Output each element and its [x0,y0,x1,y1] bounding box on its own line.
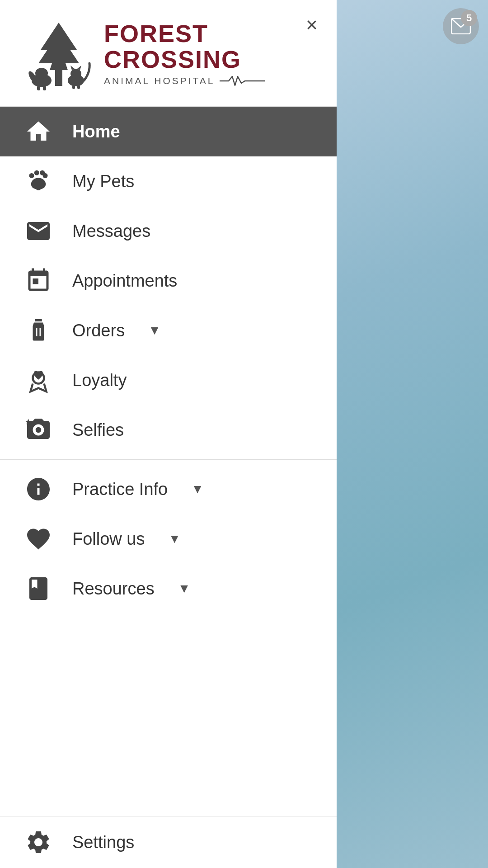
sidebar-item-label-orders: Orders [72,321,125,340]
orders-chevron-icon: ▼ [148,323,161,338]
sidebar-item-label-messages: Messages [72,222,150,241]
sidebar-item-appointments[interactable]: Appointments [0,256,337,306]
nav-items: Home My Pets Messages [0,107,337,816]
svg-rect-5 [37,86,40,90]
sidebar-item-settings[interactable]: Settings [0,816,337,868]
sidebar-item-label-loyalty: Loyalty [72,371,127,390]
close-button[interactable]: × [298,11,325,38]
message-count-badge: 5 [461,10,477,26]
top-right-icons: 5 [443,8,479,44]
sidebar-item-follow-us[interactable]: Follow us ▼ [0,514,337,564]
sidebar-item-practice-info[interactable]: Practice Info ▼ [0,464,337,514]
sidebar-item-orders[interactable]: Orders ▼ [0,306,337,355]
sidebar-item-label-home: Home [72,122,120,142]
paw-icon [23,165,54,197]
sidebar-item-label-settings: Settings [72,833,134,852]
svg-rect-13 [77,85,80,89]
sidebar-item-label-follow-us: Follow us [72,529,145,549]
navigation-drawer: × [0,0,337,868]
sidebar-item-loyalty[interactable]: Loyalty [0,355,337,405]
info-icon [23,473,54,505]
logo-subtitle: Animal Hospital [104,75,215,86]
sidebar-item-resources[interactable]: Resources ▼ [0,564,337,613]
follow-us-chevron-icon: ▼ [169,532,181,546]
logo-title-line2: Crossing [104,47,265,72]
svg-point-4 [35,68,48,79]
sidebar-item-label-my-pets: My Pets [72,172,134,191]
book-icon [23,573,54,604]
logo-subtitle-row: Animal Hospital [104,72,265,88]
home-icon [23,116,54,147]
mail-icon [23,215,54,247]
sidebar-item-label-appointments: Appointments [72,271,177,291]
logo-icon [23,18,95,90]
camera-icon [23,414,54,446]
sidebar-item-selfies[interactable]: Selfies [0,405,337,455]
svg-rect-1 [55,68,62,86]
bottle-icon [23,315,54,346]
heart-icon [23,523,54,555]
nav-divider [0,459,337,460]
sidebar-item-label-practice-info: Practice Info [72,480,168,499]
gear-icon [23,826,54,858]
sidebar-item-label-resources: Resources [72,579,155,599]
sidebar-item-label-selfies: Selfies [72,420,124,440]
svg-point-9 [70,69,81,79]
message-button[interactable]: 5 [443,8,479,44]
svg-point-20 [36,427,42,433]
calendar-icon [23,265,54,297]
svg-rect-18 [35,319,42,321]
svg-rect-6 [43,86,46,90]
logo-text: Forest Crossing Animal Hospital [104,21,265,87]
sidebar-item-my-pets[interactable]: My Pets [0,156,337,206]
sidebar-item-messages[interactable]: Messages [0,206,337,256]
resources-chevron-icon: ▼ [178,581,191,596]
svg-point-17 [43,173,48,178]
logo-title-line1: Forest [104,21,265,47]
loyalty-icon [23,364,54,396]
logo-area: Forest Crossing Animal Hospital [0,0,337,107]
practice-info-chevron-icon: ▼ [191,482,204,496]
heartbeat-icon [220,74,265,88]
sidebar-item-home[interactable]: Home [0,107,337,156]
svg-point-14 [29,173,34,178]
logo-container: Forest Crossing Animal Hospital [23,18,314,90]
svg-marker-2 [38,23,79,70]
svg-point-15 [34,170,39,175]
svg-rect-12 [72,85,75,89]
